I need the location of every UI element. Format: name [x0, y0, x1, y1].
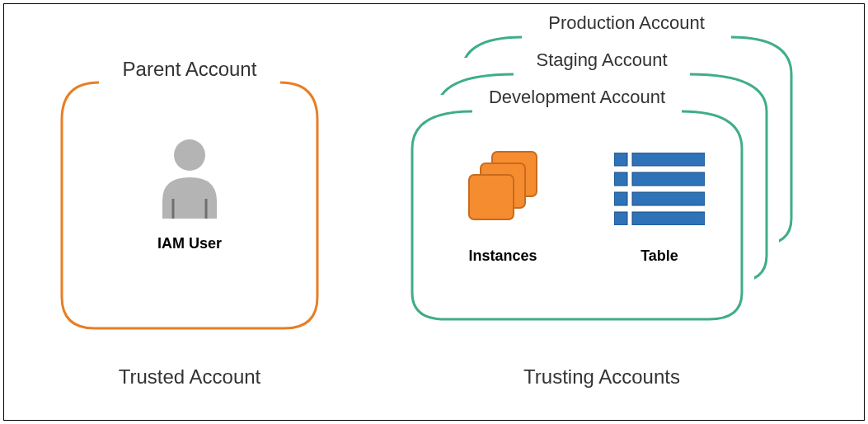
iam-user-label: IAM User — [49, 235, 330, 252]
svg-rect-10 — [614, 192, 627, 205]
svg-rect-12 — [614, 212, 627, 225]
instances-label: Instances — [433, 247, 573, 265]
instances-icon — [466, 148, 545, 228]
development-account-card: Development Account Instances Table — [400, 95, 754, 326]
parent-account-card: Parent Account IAM User — [49, 66, 330, 334]
svg-rect-9 — [632, 172, 705, 186]
svg-point-0 — [174, 139, 205, 171]
svg-rect-8 — [614, 172, 627, 186]
table-label: Table — [598, 247, 721, 265]
parent-account-title: Parent Account — [49, 58, 330, 81]
svg-rect-5 — [469, 175, 514, 219]
staging-account-title: Staging Account — [425, 49, 779, 71]
svg-rect-7 — [632, 153, 705, 166]
production-account-title: Production Account — [449, 12, 804, 34]
table-icon — [614, 153, 705, 225]
trusted-account-label: Trusted Account — [49, 365, 330, 389]
iam-user-icon — [157, 136, 222, 222]
svg-rect-6 — [614, 153, 627, 166]
svg-rect-11 — [632, 192, 705, 205]
development-account-title: Development Account — [400, 87, 754, 108]
svg-rect-13 — [632, 212, 705, 225]
diagram-container: Parent Account IAM User Trusted Account … — [3, 3, 865, 421]
trusting-accounts-stack: Production Account Staging Account Devel… — [400, 21, 804, 338]
trusting-accounts-label: Trusting Accounts — [400, 365, 804, 389]
